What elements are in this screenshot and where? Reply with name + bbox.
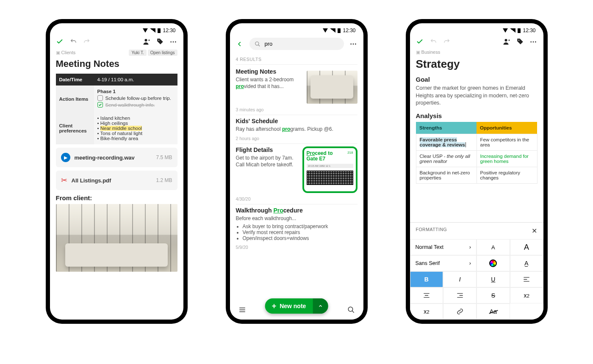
cell-strength[interactable]: Favorable press coverage & reviews	[416, 134, 477, 150]
attachment-audio[interactable]: ▶ meeting-recording.wav 7.5 MB	[56, 148, 177, 167]
menu-icon[interactable]	[238, 306, 246, 314]
attachment-size: 7.5 MB	[156, 154, 172, 160]
redo-icon[interactable]	[443, 38, 451, 45]
th-opportunities: Opportunities	[477, 122, 537, 134]
link-button[interactable]	[443, 303, 477, 320]
phase-label: Phase 1	[97, 89, 116, 94]
search-icon	[255, 41, 260, 47]
tag-add-icon[interactable]	[156, 38, 164, 45]
tag-add-icon[interactable]	[516, 38, 524, 45]
chevron-right-icon: ›	[469, 244, 471, 250]
pdf-icon: ✂	[61, 176, 67, 185]
cell-strength[interactable]: Clear USP - the only all green realtor	[416, 150, 477, 167]
note-title[interactable]: Meeting Notes	[56, 58, 177, 69]
search-nav-icon[interactable]	[347, 306, 355, 314]
search-result[interactable]: Flight Details Get to the airport by 7am…	[236, 146, 357, 204]
play-icon[interactable]: ▶	[61, 153, 70, 162]
signal-icon	[510, 28, 515, 33]
share-user-icon[interactable]	[503, 38, 510, 45]
undo-icon[interactable]	[430, 38, 437, 45]
align-right-button[interactable]	[443, 287, 477, 303]
font-family-picker[interactable]: Sans Serif›	[410, 255, 477, 271]
cell-opportunity[interactable]: Positive regulatory changes	[477, 167, 537, 183]
bold-button[interactable]: B	[410, 271, 443, 287]
back-icon[interactable]	[236, 40, 244, 48]
strikethrough-button[interactable]: S	[477, 287, 510, 303]
more-icon[interactable]: ⋯	[530, 38, 538, 45]
td-prefs[interactable]: • Island kitchen • High ceilings • Near …	[94, 112, 177, 144]
meeting-table[interactable]: Date/Time 4-19 / 11:00 a.m. Action Items…	[56, 74, 177, 144]
td-datetime[interactable]: 4-19 / 11:00 a.m.	[94, 74, 177, 85]
cell-strength[interactable]: Background in net-zero properties	[416, 167, 477, 183]
result-timestamp: 5/9/20	[236, 245, 357, 252]
todo-item-done[interactable]: Send walkthrough info.	[97, 102, 174, 108]
editor-toolbar: ⋯	[50, 35, 183, 48]
color-wheel-icon	[489, 259, 497, 267]
wifi-icon	[143, 28, 148, 33]
result-snippet: Before each walkthrough...	[236, 215, 357, 222]
result-snippet: Ray has afterschool programs. Pickup @6.	[236, 126, 357, 132]
phone-meeting-notes: 12:30 ⋯ ▣ Clients Yuki T. Open listings …	[46, 19, 188, 324]
fab-expand-button[interactable]	[313, 298, 328, 314]
pref-item: • Island kitchen	[97, 116, 174, 121]
qr-code-icon	[307, 171, 353, 185]
close-icon[interactable]: ✕	[532, 227, 538, 235]
more-icon[interactable]: ⋯	[170, 38, 177, 45]
swot-table[interactable]: Strengths Opportunities Favorable press …	[416, 122, 538, 184]
result-snippet: Client wants a 2-bedroom provided that i…	[236, 76, 302, 90]
client-photo[interactable]	[56, 204, 177, 272]
done-check-icon[interactable]	[416, 38, 424, 45]
text-color-button[interactable]	[477, 255, 510, 271]
th-datetime: Date/Time	[56, 74, 94, 85]
search-input[interactable]	[264, 40, 339, 47]
goal-text[interactable]: Corner the market for green homes in Eme…	[416, 85, 538, 107]
phone-strategy: 12:30 ⋯ ▣ Business Strategy Goal Corner …	[406, 19, 548, 324]
ticket-number: 218	[347, 151, 353, 154]
search-result[interactable]: Meeting Notes Client wants a 2-bedroom p…	[236, 68, 357, 115]
search-result[interactable]: Walkthrough Procedure Before each walkth…	[236, 207, 357, 252]
superscript-button[interactable]: x2	[510, 287, 543, 303]
td-action[interactable]: Phase 1 Schedule follow-up before trip. …	[94, 85, 177, 112]
notebook-crumb[interactable]: ▣ Clients	[56, 50, 76, 55]
align-left-button[interactable]	[510, 271, 543, 287]
status-time: 12:30	[523, 28, 535, 33]
search-bar[interactable]	[249, 38, 344, 50]
result-timestamp: 4/30/20	[236, 196, 357, 204]
undo-icon[interactable]	[69, 38, 77, 45]
share-user-icon[interactable]	[143, 38, 150, 45]
done-check-icon[interactable]	[56, 38, 64, 45]
clear-format-button[interactable]: Aa	[477, 303, 510, 320]
status-time: 12:30	[343, 28, 355, 33]
result-timestamp: 2 hours ago	[236, 136, 357, 144]
subscript-button[interactable]: x2	[410, 303, 443, 320]
highlight-button[interactable]: A̲	[510, 255, 543, 271]
new-note-fab[interactable]: + New note	[265, 298, 328, 314]
notebook-crumb[interactable]: ▣ Business	[416, 50, 441, 55]
more-icon[interactable]: ⋯	[350, 40, 357, 48]
cell-opportunity[interactable]: Few competitors in the area	[477, 134, 537, 150]
italic-button[interactable]: I	[443, 271, 477, 287]
text-style-picker[interactable]: Normal Text›	[410, 239, 477, 255]
pref-item: • High ceilings	[97, 121, 174, 126]
battery-icon	[338, 28, 341, 33]
editor-toolbar: ⋯	[410, 35, 543, 48]
font-size-large-button[interactable]: A	[510, 239, 543, 255]
th-strengths: Strengths	[416, 122, 477, 134]
attachment-pdf[interactable]: ✂ All Listings.pdf 1.2 MB	[56, 171, 177, 190]
checkbox-unchecked-icon[interactable]	[97, 95, 103, 101]
todo-item[interactable]: Schedule follow-up before trip.	[97, 95, 174, 101]
cell-opportunity[interactable]: Increasing demand for green homes	[477, 150, 537, 167]
redo-icon[interactable]	[83, 38, 91, 45]
search-result[interactable]: Kids' Schedule Ray has afterschool progr…	[236, 118, 357, 144]
font-size-small-button[interactable]: A	[477, 239, 510, 255]
results-count: 4 RESULTS	[236, 52, 357, 65]
checkbox-checked-icon[interactable]	[97, 102, 103, 108]
underline-button[interactable]: U	[477, 271, 510, 287]
boarding-pass-thumbnail: Proceed toGate E7 218 10:15 AM 1982 12 1	[302, 146, 357, 193]
note-title[interactable]: Strategy	[416, 58, 538, 71]
phone-search: 12:30 ⋯ 4 RESULTS Meeting Notes Client w…	[226, 19, 368, 324]
align-center-button[interactable]	[410, 287, 443, 303]
battery-icon	[518, 28, 521, 33]
tag[interactable]: Yuki T.	[129, 50, 146, 56]
tag[interactable]: Open listings	[148, 50, 177, 56]
